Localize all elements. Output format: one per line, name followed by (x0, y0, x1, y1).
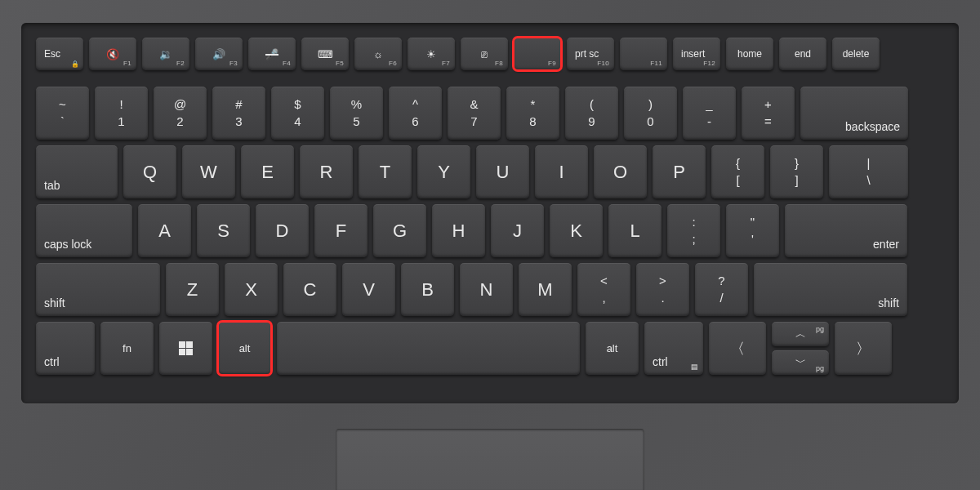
touchpad[interactable] (336, 429, 644, 490)
key-enter[interactable]: enter (785, 204, 907, 257)
key-n[interactable]: N (460, 263, 513, 316)
key-equals[interactable]: += (742, 87, 795, 140)
key-bracket-right[interactable]: }] (770, 145, 823, 198)
key-f5[interactable]: ⌨F5 (301, 38, 349, 70)
key-space[interactable] (277, 322, 580, 375)
key-backslash[interactable]: |\ (829, 145, 908, 198)
key-w[interactable]: W (182, 145, 235, 198)
key-tab[interactable]: tab (36, 145, 118, 198)
key-label: enter (873, 238, 899, 251)
key-arrow-down[interactable]: ﹀pg (772, 350, 829, 375)
key-f[interactable]: F (314, 204, 368, 257)
key-capslock[interactable]: caps lock (36, 204, 132, 257)
key-slash[interactable]: ?/ (695, 263, 748, 316)
key-windows[interactable] (159, 322, 212, 375)
key-shift-left[interactable]: shift (36, 263, 160, 316)
key-delete[interactable]: delete (832, 38, 880, 70)
key-ctrl-left[interactable]: ctrl (36, 322, 95, 375)
key-6[interactable]: ^6 (389, 87, 442, 140)
row-function: Esc 🔒 🔇F1 🔉F2 🔊F3 🎤F4 ⌨F5 ☼F6 ☀F7 ⎚F8 F9… (36, 38, 944, 70)
key-backtick[interactable]: ~` (36, 87, 89, 140)
key-2[interactable]: @2 (154, 87, 207, 140)
key-4[interactable]: $4 (271, 87, 324, 140)
key-j[interactable]: J (491, 204, 544, 257)
key-comma[interactable]: <, (577, 263, 630, 316)
key-3[interactable]: #3 (212, 87, 265, 140)
fn-sub: F12 (703, 60, 715, 67)
key-prtsc[interactable]: prt scF10 (567, 38, 614, 70)
key-f9[interactable]: F9 (514, 38, 561, 70)
key-s[interactable]: S (197, 204, 250, 257)
key-q[interactable]: Q (123, 145, 176, 198)
chevron-down-icon: ﹀ (795, 355, 806, 370)
key-o[interactable]: O (594, 145, 647, 198)
key-f4[interactable]: 🎤F4 (248, 38, 296, 70)
key-quote[interactable]: "' (726, 204, 779, 257)
key-insert[interactable]: insertF12 (673, 38, 720, 70)
fn-sub: F3 (229, 60, 238, 67)
key-7[interactable]: &7 (448, 87, 501, 140)
key-f7[interactable]: ☀F7 (408, 38, 455, 70)
key-p[interactable]: P (653, 145, 706, 198)
key-a[interactable]: A (138, 204, 191, 257)
key-z[interactable]: Z (166, 263, 219, 316)
row-zxcv: shift Z X C V B N M <, >. ?/ shift (36, 263, 944, 316)
key-k[interactable]: K (550, 204, 603, 257)
key-end[interactable]: end (779, 38, 826, 70)
key-9[interactable]: (9 (565, 87, 618, 140)
key-h[interactable]: H (432, 204, 485, 257)
key-arrow-left[interactable]: 〈 (709, 322, 766, 375)
key-arrow-up[interactable]: ︿pg (772, 322, 829, 346)
key-g[interactable]: G (373, 204, 426, 257)
key-1[interactable]: !1 (95, 87, 148, 140)
key-shift-right[interactable]: shift (754, 263, 907, 316)
key-b[interactable]: B (401, 263, 454, 316)
key-esc[interactable]: Esc 🔒 (36, 38, 83, 70)
key-backspace[interactable]: backspace (800, 87, 908, 140)
key-home[interactable]: home (726, 38, 773, 70)
volume-up-icon: 🔊 (212, 49, 225, 60)
key-m[interactable]: M (519, 263, 572, 316)
key-8[interactable]: *8 (506, 87, 559, 140)
key-f6[interactable]: ☼F6 (354, 38, 402, 70)
key-f1[interactable]: 🔇F1 (89, 38, 136, 70)
key-d[interactable]: D (256, 204, 309, 257)
key-5[interactable]: %5 (330, 87, 383, 140)
key-f3[interactable]: 🔊F3 (195, 38, 243, 70)
fn-sub: F6 (389, 60, 397, 67)
row-numbers: ~` !1 @2 #3 $4 %5 ^6 &7 *8 (9 )0 _- += b… (36, 87, 944, 140)
key-y[interactable]: Y (417, 145, 470, 198)
key-i[interactable]: I (535, 145, 588, 198)
key-ctrl-right[interactable]: ctrl▤ (644, 322, 703, 375)
chevron-left-icon: 〈 (730, 339, 745, 359)
key-l[interactable]: L (608, 204, 662, 257)
key-0[interactable]: )0 (624, 87, 677, 140)
key-c[interactable]: C (283, 263, 336, 316)
key-f8[interactable]: ⎚F8 (461, 38, 508, 70)
key-e[interactable]: E (241, 145, 294, 198)
lock-icon: 🔒 (71, 60, 79, 68)
key-minus[interactable]: _- (683, 87, 736, 140)
fn-sub: F7 (442, 60, 450, 67)
key-alt-right[interactable]: alt (586, 322, 639, 375)
key-semicolon[interactable]: :; (667, 204, 720, 257)
backlight-icon: ⌨ (318, 49, 333, 60)
laptop-keyboard: Esc 🔒 🔇F1 🔉F2 🔊F3 🎤F4 ⌨F5 ☼F6 ☀F7 ⎚F8 F9… (21, 23, 959, 403)
key-f2[interactable]: 🔉F2 (142, 38, 189, 70)
key-x[interactable]: X (225, 263, 278, 316)
key-period[interactable]: >. (636, 263, 689, 316)
key-u[interactable]: U (476, 145, 529, 198)
key-label: backspace (845, 120, 900, 133)
key-f11[interactable]: F11 (620, 38, 667, 70)
fn-sub: F8 (495, 60, 503, 67)
brightness-up-icon: ☀ (426, 49, 436, 60)
key-bracket-left[interactable]: {[ (711, 145, 764, 198)
key-t[interactable]: T (359, 145, 412, 198)
key-arrow-right[interactable]: 〉 (835, 322, 892, 375)
pg-label: pg (816, 325, 824, 333)
key-v[interactable]: V (342, 263, 395, 316)
key-r[interactable]: R (300, 145, 353, 198)
key-fn[interactable]: fn (100, 322, 154, 375)
key-alt-left[interactable]: alt (218, 322, 271, 375)
row-asdf: caps lock A S D F G H J K L :; "' enter (36, 204, 944, 257)
